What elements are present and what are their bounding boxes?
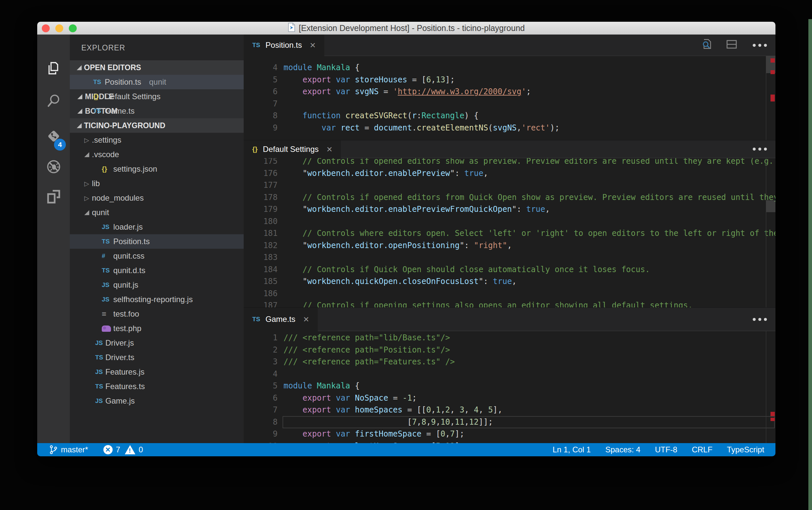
item-label: .vscode [92,150,119,159]
git-branch-indicator[interactable]: master* [49,445,88,455]
code-line: 7 [244,98,766,110]
folder-vscode[interactable]: .vscode [70,147,244,162]
activity-bar-debug-icon[interactable] [37,153,70,180]
section-ticino-playground[interactable]: TICINO-PLAYGROUND [70,118,244,133]
js-file-icon: JS [102,223,109,231]
activity-bar-explorer-icon[interactable] [37,55,70,82]
line-number: 179 [244,203,278,216]
debug-icon [45,158,62,175]
status-language-mode[interactable]: TypeScript [727,445,764,454]
tree-item-test-php[interactable]: test.php [70,321,244,336]
item-label: test.php [113,324,141,333]
open-editor-game-ts[interactable]: TSGame.ts [70,104,244,118]
chevron-right-icon: ▷ [84,180,89,188]
code-line: 6 export var NoSpace = -1; [244,392,766,404]
minimize-button[interactable] [55,24,63,32]
warning-count[interactable]: ! 0 [125,445,143,454]
close-icon[interactable]: × [327,144,333,154]
item-label: qunit.js [113,280,138,290]
code-line: 1/// <reference path="lib/Base.ts"/> [244,332,766,344]
line-number: 3 [244,356,278,368]
item-label: qunit [92,208,109,217]
scrollbar-slider[interactable] [766,200,776,212]
tree-item-game-js[interactable]: JSGame.js [70,394,244,408]
tree-item-qunit-js[interactable]: JSqunit.js [70,278,244,292]
line-number: 182 [244,239,278,252]
line-number: 8 [244,110,278,122]
tree-item-features-ts[interactable]: TSFeatures.ts [70,379,244,394]
error-count[interactable]: ✕ 7 [103,445,120,454]
tree-item-driver-ts[interactable]: TSDriver.ts [70,350,244,365]
search-file-icon[interactable] [701,38,713,52]
split-editor-icon[interactable] [726,38,738,52]
ts-file-icon: TS [102,267,110,274]
error-marker [771,58,775,63]
folder-node-modules[interactable]: ▷node_modules [70,191,244,205]
item-label: .settings [92,135,121,145]
open-editor-position-ts[interactable]: TSPosition.tsqunit [70,75,244,89]
tab-bar: TSPosition.ts× [244,35,776,56]
item-label: Driver.ts [106,353,134,362]
section-open-editors[interactable]: OPEN EDITORS [70,60,244,75]
activity-bar-extensions-icon[interactable] [37,183,70,210]
folder-lib[interactable]: ▷lib [70,176,244,191]
tree-item-test-foo[interactable]: ≡test.foo [70,307,244,321]
tree-item-driver-js[interactable]: JSDriver.js [70,336,244,350]
tab-default-settings[interactable]: {}Default Settings× [244,140,341,158]
line-number: 5 [244,380,278,392]
item-label: TICINO-PLAYGROUND [84,121,165,130]
tree-item-loader-js[interactable]: JSloader.js [70,220,244,234]
status-bar: master* ✕ 7 ! 0 Ln 1, Col 1Spaces: 4UTF-… [37,443,776,456]
editor-group-badge: qunit [149,78,166,87]
editor-content-default-settings[interactable]: 175 // Controls if opened editors show a… [244,158,776,307]
editor-content-position-ts[interactable]: 4module Mankala {5 export var storeHouse… [244,56,776,140]
ts-file-icon: TS [252,41,260,49]
close-icon[interactable]: × [310,40,316,50]
code-line: 8 function createSVGRect(r:Rectangle) { [244,110,766,122]
code-line: 4module Mankala { [244,62,766,74]
open-editor-default-settings[interactable]: {}Default Settings [70,89,244,104]
title-bar[interactable]: [Extension Development Host] - Position.… [37,22,776,35]
activity-bar-search-icon[interactable] [37,87,70,114]
code-line: 5module Mankala { [244,380,766,392]
item-label: Position.ts [105,78,141,87]
code-line: 182 "workbench.editor.openPositioning": … [244,239,766,252]
more-actions-icon[interactable] [750,44,767,47]
folder-settings[interactable]: ▷.settings [70,133,244,147]
status-indentation[interactable]: Spaces: 4 [605,445,640,454]
ts-file-icon: TS [93,78,101,86]
status-encoding[interactable]: UTF-8 [655,445,677,454]
close-button[interactable] [42,24,50,32]
editor-content-game-ts[interactable]: 1/// <reference path="lib/Base.ts"/>2///… [244,331,776,443]
more-actions-icon[interactable] [750,148,767,150]
code-block: 175 // Controls if opened editors show a… [244,158,766,307]
code-line: 6 export var svgNS = 'http://www.w3.org/… [244,86,766,98]
ts-file-icon: TS [95,354,103,361]
tab-label: Default Settings [263,145,319,154]
ts-file-icon: TS [252,316,260,323]
item-label: Default Settings [105,92,160,101]
zoom-button[interactable] [69,24,77,32]
close-icon[interactable]: × [303,314,309,324]
folder-qunit[interactable]: qunit [70,205,244,220]
line-number: 8 [244,416,278,428]
more-actions-icon[interactable] [750,318,767,321]
code-line: 176 "workbench.editor.enablePreview": tr… [244,167,766,179]
tree-item-settings-json[interactable]: {}settings.json [70,162,244,176]
hash-file-icon: # [102,252,106,260]
window-title: [Extension Development Host] - Position.… [299,23,524,33]
code-line: 178 // Controls if opened editors from Q… [244,191,766,204]
tree-item-position-ts[interactable]: TSPosition.ts [70,234,244,249]
activity-bar-source-control-icon[interactable]: 4 [37,122,70,149]
tab-game-ts[interactable]: TSGame.ts× [244,308,318,331]
tab-bar: TSGame.ts× [244,307,776,331]
tree-item-selfhosting-reporting-js[interactable]: JSselfhosting-reporting.js [70,292,244,307]
item-label: Game.js [106,396,135,405]
item-label: Driver.js [106,338,134,347]
tree-item-qunit-css[interactable]: #qunit.css [70,249,244,263]
status-eol[interactable]: CRLF [692,445,713,454]
tree-item-features-js[interactable]: JSFeatures.js [70,365,244,379]
tree-item-qunit-d-ts[interactable]: TSqunit.d.ts [70,263,244,278]
tab-position-ts[interactable]: TSPosition.ts× [244,35,324,56]
status-cursor-position[interactable]: Ln 1, Col 1 [552,445,591,454]
